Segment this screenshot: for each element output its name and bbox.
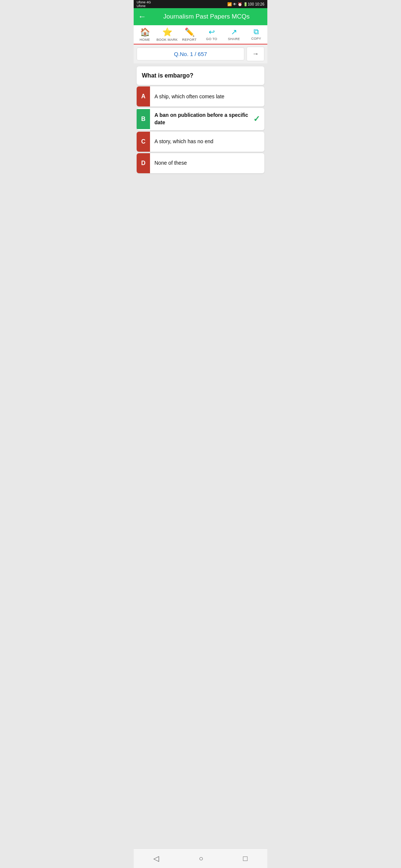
time-display: 10:26 bbox=[255, 2, 264, 6]
home-icon: 🏠 bbox=[140, 27, 150, 37]
toolbar-copy[interactable]: ⧉ COPY bbox=[245, 27, 267, 42]
alarm-icon: ⏰ bbox=[238, 2, 242, 6]
battery-icon: 🔋100 bbox=[243, 2, 254, 6]
back-button[interactable]: ← bbox=[138, 12, 146, 22]
goto-label: GO TO bbox=[206, 37, 217, 41]
carrier-name: Ufone 4G bbox=[137, 0, 151, 4]
page-title: Journalism Past Papers MCQs bbox=[150, 13, 263, 20]
toolbar: 🏠 HOME ⭐ BOOK MARK ✏️ REPORT ↩ GO TO ↗ S… bbox=[134, 25, 267, 45]
share-icon: ↗ bbox=[231, 27, 237, 36]
option-d-label: D bbox=[137, 153, 150, 173]
goto-icon: ↩ bbox=[209, 27, 215, 36]
carrier-name-2: Ufone bbox=[137, 4, 151, 8]
option-a-label: A bbox=[137, 86, 150, 106]
question-number-display: Q.No. 1 / 657 bbox=[137, 47, 244, 60]
home-label: HOME bbox=[140, 38, 150, 42]
toolbar-goto[interactable]: ↩ GO TO bbox=[200, 27, 223, 42]
option-d-text: None of these bbox=[150, 156, 264, 171]
option-b-label: B bbox=[137, 109, 150, 129]
carrier-info: Ufone 4G Ufone bbox=[137, 0, 151, 8]
next-question-button[interactable]: → bbox=[247, 47, 264, 61]
option-b-text: A ban on publication before a specific d… bbox=[150, 108, 253, 130]
toolbar-home[interactable]: 🏠 HOME bbox=[134, 27, 156, 42]
status-bar: Ufone 4G Ufone 📶 👁 ⏰ 🔋100 10:26 bbox=[134, 0, 267, 8]
options-list: A A ship, which often comes late B A ban… bbox=[137, 86, 264, 173]
correct-checkmark: ✓ bbox=[253, 114, 264, 124]
copy-label: COPY bbox=[251, 37, 261, 40]
option-c-text: A story, which has no end bbox=[150, 134, 264, 149]
option-a[interactable]: A A ship, which often comes late bbox=[137, 86, 264, 106]
option-d[interactable]: D None of these bbox=[137, 153, 264, 173]
signal-icon: 📶 bbox=[227, 2, 232, 6]
question-nav-bar: Q.No. 1 / 657 → bbox=[134, 45, 267, 63]
toolbar-report[interactable]: ✏️ REPORT bbox=[178, 27, 200, 42]
question-container: What is embargo? bbox=[137, 66, 264, 85]
eye-icon: 👁 bbox=[233, 2, 237, 6]
toolbar-share[interactable]: ↗ SHARE bbox=[223, 27, 245, 42]
report-label: REPORT bbox=[182, 38, 196, 42]
option-b[interactable]: B A ban on publication before a specific… bbox=[137, 108, 264, 130]
option-a-text: A ship, which often comes late bbox=[150, 89, 264, 104]
option-c-label: C bbox=[137, 132, 150, 152]
copy-icon: ⧉ bbox=[254, 27, 259, 36]
option-c[interactable]: C A story, which has no end bbox=[137, 132, 264, 152]
report-icon: ✏️ bbox=[185, 27, 195, 37]
question-text: What is embargo? bbox=[142, 72, 259, 80]
bookmark-icon: ⭐ bbox=[162, 27, 172, 37]
bookmark-label: BOOK MARK bbox=[156, 38, 177, 42]
toolbar-bookmark[interactable]: ⭐ BOOK MARK bbox=[156, 27, 178, 42]
share-label: SHARE bbox=[228, 37, 240, 41]
app-header: ← Journalism Past Papers MCQs bbox=[134, 8, 267, 25]
status-right: 📶 👁 ⏰ 🔋100 10:26 bbox=[227, 2, 264, 6]
